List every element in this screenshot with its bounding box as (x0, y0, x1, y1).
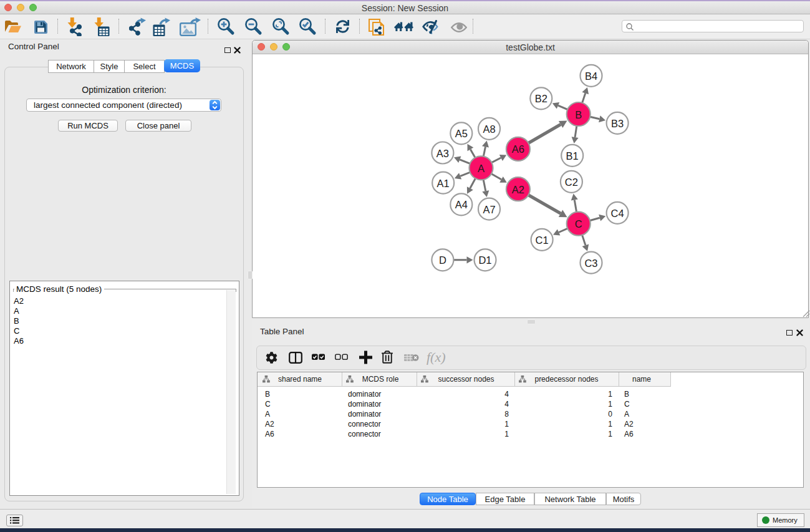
svg-text:A1: A1 (437, 178, 450, 189)
svg-text:A3: A3 (436, 148, 449, 159)
svg-text:B1: B1 (566, 150, 579, 162)
svg-text:A2: A2 (512, 184, 524, 195)
svg-text:A4: A4 (455, 199, 468, 210)
svg-text:B4: B4 (585, 70, 597, 82)
svg-text:C3: C3 (584, 258, 597, 269)
svg-text:D: D (439, 254, 446, 266)
svg-text:A8: A8 (483, 123, 495, 135)
svg-text:A5: A5 (455, 128, 468, 139)
svg-text:C2: C2 (565, 177, 578, 188)
svg-text:C1: C1 (536, 235, 549, 246)
svg-text:C4: C4 (611, 208, 624, 219)
svg-text:C: C (575, 218, 582, 230)
svg-text:B3: B3 (611, 118, 624, 129)
svg-text:D1: D1 (478, 254, 491, 266)
svg-text:A7: A7 (483, 204, 495, 215)
svg-text:A6: A6 (512, 143, 524, 155)
svg-text:A: A (478, 163, 485, 174)
svg-text:B2: B2 (535, 93, 547, 104)
svg-text:B: B (575, 109, 582, 120)
